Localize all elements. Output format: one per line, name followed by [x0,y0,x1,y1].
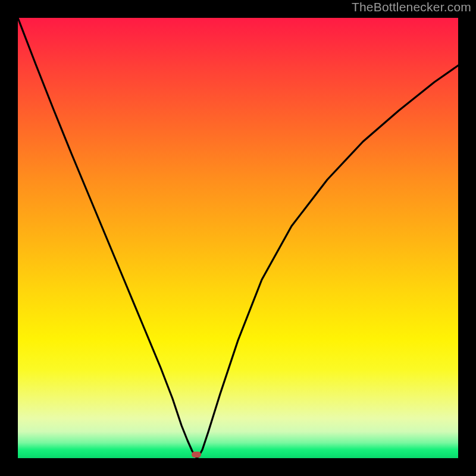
bottleneck-curve [18,18,458,458]
chart-outer-frame: TheBottlenecker.com [0,0,476,476]
dip-marker [192,452,201,458]
plot-area [18,18,458,458]
curve-layer [18,18,458,458]
watermark-text: TheBottlenecker.com [352,0,471,14]
